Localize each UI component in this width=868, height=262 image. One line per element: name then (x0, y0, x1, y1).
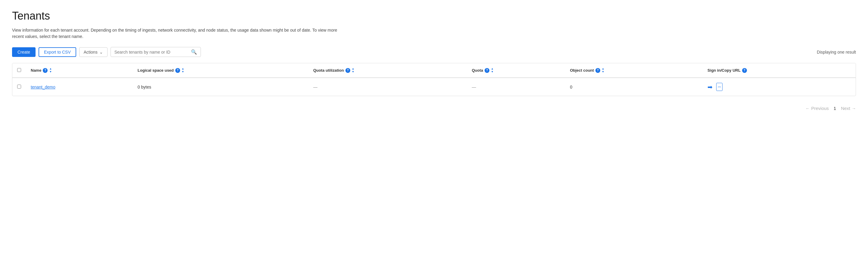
col-logical-space-label: Logical space used (137, 68, 174, 73)
row-quota-cell: — (467, 78, 565, 96)
row-quota-utilization-cell: — (308, 78, 467, 96)
export-csv-button[interactable]: Export to CSV (38, 47, 76, 57)
col-header-name: Name ? ▲ ▼ (26, 63, 133, 78)
table-row: tenant_demo 0 bytes — — 0 ➡ ⎓ (12, 78, 856, 96)
col-name-sort[interactable]: ▲ ▼ (49, 67, 52, 73)
copy-url-icon[interactable]: ⎓ (716, 83, 722, 91)
col-object-count-label: Object count (570, 68, 594, 73)
tenant-name-link[interactable]: tenant_demo (31, 85, 55, 90)
pagination: ← Previous 1 Next → (12, 103, 856, 113)
actions-label: Actions (84, 50, 98, 55)
col-quota-utilization-sort[interactable]: ▲ ▼ (352, 67, 354, 73)
col-name-help-icon[interactable]: ? (43, 68, 48, 73)
search-icon: 🔍 (191, 49, 197, 55)
col-header-logical-space: Logical space used ? ▲ ▼ (133, 63, 308, 78)
display-info: Displaying one result (817, 50, 856, 55)
left-arrow-icon: ← (805, 106, 810, 111)
col-header-quota-utilization: Quota utilization ? ▲ ▼ (308, 63, 467, 78)
toolbar: Create Export to CSV Actions ⌄ 🔍 Display… (12, 47, 856, 57)
page-title: Tenants (12, 10, 856, 22)
select-all-cell (12, 63, 26, 78)
tenants-table: Name ? ▲ ▼ Logical space used ? ▲ (12, 63, 856, 96)
table-header-row: Name ? ▲ ▼ Logical space used ? ▲ (12, 63, 856, 78)
previous-label: Previous (811, 106, 829, 111)
col-quota-utilization-help-icon[interactable]: ? (345, 68, 350, 73)
row-checkbox[interactable] (17, 85, 21, 89)
col-quota-sort[interactable]: ▲ ▼ (491, 67, 494, 73)
chevron-down-icon: ⌄ (99, 50, 103, 55)
previous-button[interactable]: ← Previous (805, 106, 829, 111)
row-object-count-cell: 0 (565, 78, 703, 96)
col-logical-space-help-icon[interactable]: ? (175, 68, 180, 73)
right-arrow-icon: → (852, 106, 856, 111)
col-quota-label: Quota (472, 68, 483, 73)
row-name-cell: tenant_demo (26, 78, 133, 96)
create-button[interactable]: Create (12, 47, 35, 57)
page-description: View information for each tenant account… (12, 27, 343, 40)
signin-icon[interactable]: ➡ (708, 84, 713, 91)
col-logical-space-sort[interactable]: ▲ ▼ (182, 67, 184, 73)
row-signin-copy-cell: ➡ ⎓ (703, 78, 856, 96)
search-input[interactable] (115, 50, 189, 55)
tenants-table-container: Name ? ▲ ▼ Logical space used ? ▲ (12, 63, 856, 96)
next-button[interactable]: Next → (841, 106, 856, 111)
col-name-label: Name (31, 68, 41, 73)
col-header-signin-copy: Sign in/Copy URL ? (703, 63, 856, 78)
col-header-quota: Quota ? ▲ ▼ (467, 63, 565, 78)
actions-button[interactable]: Actions ⌄ (79, 47, 107, 57)
search-box: 🔍 (111, 47, 201, 57)
col-quota-utilization-label: Quota utilization (313, 68, 344, 73)
row-checkbox-cell (12, 78, 26, 96)
row-logical-space-cell: 0 bytes (133, 78, 308, 96)
col-signin-copy-label: Sign in/Copy URL (708, 68, 741, 73)
col-quota-help-icon[interactable]: ? (485, 68, 489, 73)
col-signin-copy-help-icon[interactable]: ? (742, 68, 747, 73)
select-all-checkbox[interactable] (17, 68, 21, 72)
col-object-count-help-icon[interactable]: ? (595, 68, 600, 73)
next-label: Next (841, 106, 850, 111)
col-header-object-count: Object count ? ▲ ▼ (565, 63, 703, 78)
current-page: 1 (834, 106, 836, 111)
col-object-count-sort[interactable]: ▲ ▼ (602, 67, 604, 73)
